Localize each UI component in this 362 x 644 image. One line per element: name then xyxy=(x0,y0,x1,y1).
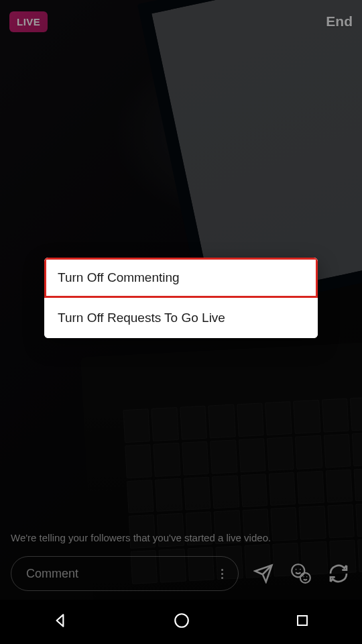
reactions-button[interactable] xyxy=(288,561,314,586)
status-text: We're telling your followers that you've… xyxy=(11,532,351,543)
svg-rect-7 xyxy=(298,616,307,625)
more-icon[interactable] xyxy=(215,567,229,580)
svg-point-2 xyxy=(300,569,301,570)
nav-recents-button[interactable] xyxy=(294,612,310,631)
comment-placeholder: Comment xyxy=(26,567,78,581)
nav-back-button[interactable] xyxy=(52,612,69,632)
svg-point-0 xyxy=(292,564,304,577)
top-bar: LIVE End xyxy=(0,0,362,43)
nav-home-button[interactable] xyxy=(173,612,190,632)
back-icon xyxy=(52,612,69,629)
options-action-sheet: Turn Off Commenting Turn Off Requests To… xyxy=(44,258,318,338)
svg-point-6 xyxy=(175,614,188,627)
switch-camera-icon xyxy=(328,563,349,584)
recents-icon xyxy=(294,612,310,629)
send-button[interactable] xyxy=(251,561,276,586)
bottom-controls: Comment xyxy=(0,547,362,600)
live-stream-screen: LIVE End We're telling your followers th… xyxy=(0,0,362,644)
face-reaction-icon xyxy=(290,562,312,585)
sheet-item-turn-off-commenting[interactable]: Turn Off Commenting xyxy=(44,258,318,298)
home-icon xyxy=(173,612,190,629)
svg-point-5 xyxy=(306,576,307,577)
comment-input[interactable]: Comment xyxy=(11,556,239,591)
end-button[interactable]: End xyxy=(326,13,353,30)
send-icon xyxy=(253,564,274,584)
sheet-item-turn-off-requests[interactable]: Turn Off Requests To Go Live xyxy=(44,298,318,338)
svg-point-3 xyxy=(300,573,310,583)
android-nav-bar xyxy=(0,600,362,644)
svg-point-4 xyxy=(303,576,304,577)
live-badge: LIVE xyxy=(9,11,48,32)
svg-point-1 xyxy=(296,569,297,570)
switch-camera-button[interactable] xyxy=(326,561,351,586)
